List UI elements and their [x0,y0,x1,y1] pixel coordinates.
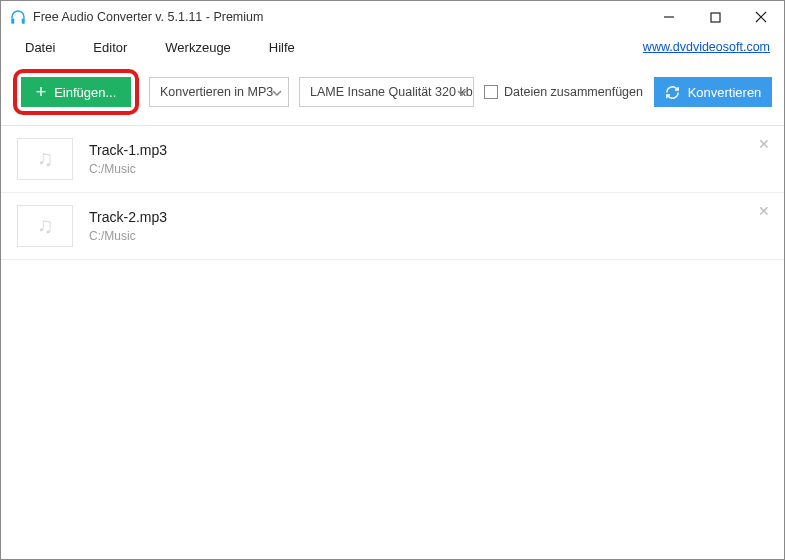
track-path: C:/Music [89,229,167,243]
plus-icon: + [36,83,47,101]
track-row[interactable]: ♫ Track-1.mp3 C:/Music ✕ [1,126,784,193]
format-selected: Konvertieren in MP3 [160,85,273,99]
merge-files-label: Dateien zusammenfügen [504,85,643,99]
add-files-label: Einfügen... [54,85,116,100]
titlebar: Free Audio Converter v. 5.1.11 - Premium [1,1,784,33]
menu-help[interactable]: Hilfe [259,36,305,59]
track-list: ♫ Track-1.mp3 C:/Music ✕ ♫ Track-2.mp3 C… [1,126,784,260]
tutorial-highlight: + Einfügen... [13,69,139,115]
maximize-button[interactable] [692,1,738,33]
chevron-down-icon [457,85,467,99]
menu-editor[interactable]: Editor [83,36,137,59]
checkbox-box-icon [484,85,498,99]
menu-tools[interactable]: Werkzeuge [155,36,241,59]
menu-file[interactable]: Datei [15,36,65,59]
track-path: C:/Music [89,162,167,176]
music-note-icon: ♫ [17,138,73,180]
toolbar: + Einfügen... Konvertieren in MP3 LAME I… [1,61,784,126]
minimize-button[interactable] [646,1,692,33]
track-row[interactable]: ♫ Track-2.mp3 C:/Music ✕ [1,193,784,260]
track-info: Track-1.mp3 C:/Music [89,142,167,176]
menubar: Datei Editor Werkzeuge Hilfe www.dvdvide… [1,33,784,61]
refresh-icon [665,85,680,100]
svg-rect-0 [11,19,14,24]
format-dropdown[interactable]: Konvertieren in MP3 [149,77,289,107]
track-info: Track-2.mp3 C:/Music [89,209,167,243]
svg-rect-3 [711,13,720,22]
window-controls [646,1,784,33]
chevron-down-icon [272,85,282,99]
track-name: Track-1.mp3 [89,142,167,158]
vendor-link[interactable]: www.dvdvideosoft.com [643,40,770,54]
music-note-icon: ♫ [17,205,73,247]
remove-track-button[interactable]: ✕ [758,203,770,219]
close-button[interactable] [738,1,784,33]
track-name: Track-2.mp3 [89,209,167,225]
add-files-button[interactable]: + Einfügen... [21,77,131,107]
window-title: Free Audio Converter v. 5.1.11 - Premium [33,10,263,24]
app-headphones-icon [9,8,27,26]
quality-dropdown[interactable]: LAME Insane Qualität 320 kb [299,77,474,107]
remove-track-button[interactable]: ✕ [758,136,770,152]
convert-label: Konvertieren [688,85,762,100]
merge-files-checkbox[interactable]: Dateien zusammenfügen [484,85,643,99]
convert-button[interactable]: Konvertieren [654,77,772,107]
svg-rect-1 [22,19,25,24]
quality-selected: LAME Insane Qualität 320 kb [310,85,473,99]
